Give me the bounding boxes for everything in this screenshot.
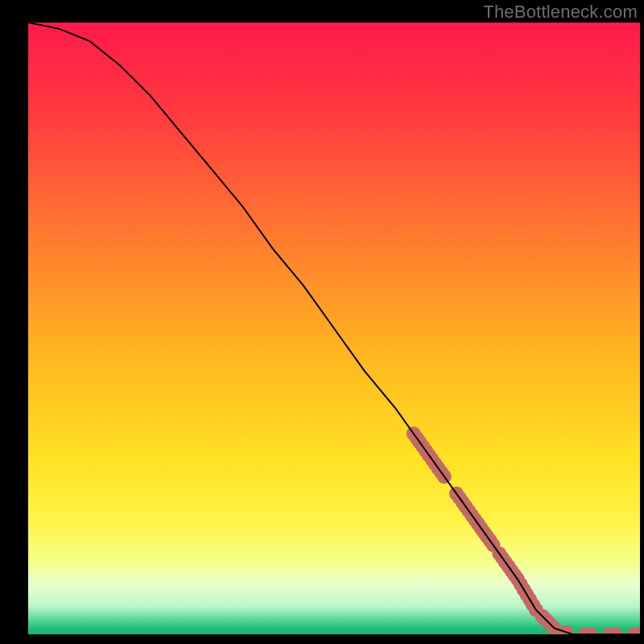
highlight-dots-layer	[407, 427, 640, 634]
chart-stage: TheBottleneck.com	[0, 0, 644, 644]
plot-area	[28, 23, 640, 634]
attribution-label: TheBottleneck.com	[483, 2, 638, 23]
bottleneck-curve	[28, 23, 640, 634]
plot-foreground	[28, 23, 640, 634]
